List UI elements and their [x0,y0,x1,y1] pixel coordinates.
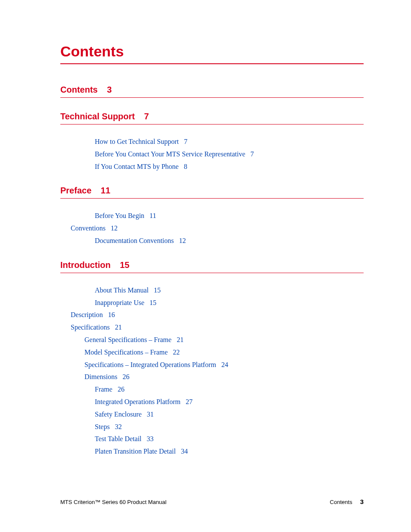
toc-entry-page: 12 [179,237,186,244]
toc-entry[interactable]: Integrated Operations Platform27 [71,397,364,408]
toc-entry-label: General Specifications – Frame [84,336,171,343]
toc-entry[interactable]: Steps32 [71,422,364,432]
toc-section-page: 3 [107,85,112,94]
toc-entry-label: Dimensions [84,373,117,380]
toc-entry-label: Model Specifications – Frame [84,348,168,356]
toc-section-preface[interactable]: Preface 11 [60,186,364,199]
toc-section-label: Technical Support [60,112,135,121]
toc-entry-label: Steps [95,423,110,430]
toc-entry[interactable]: Safety Enclosure31 [71,409,364,420]
toc-section-technical-support[interactable]: Technical Support 7 [60,112,364,124]
toc-entry-label: Specifications – Integrated Operations P… [84,361,216,368]
toc-entry-page: 31 [147,411,154,418]
toc-entry-label: Before You Begin [95,212,144,219]
toc-entry[interactable]: Frame26 [71,384,364,395]
toc-entry[interactable]: Before You Begin11 [71,211,364,221]
toc-entry[interactable]: Specifications21 [71,322,364,333]
toc-entry-page: 15 [149,299,156,306]
footer-page-number: 3 [360,498,364,505]
toc-entry-label: If You Contact MTS by Phone [95,163,179,170]
toc-entry[interactable]: Model Specifications – Frame22 [71,347,364,358]
toc-entry-label: Description [71,311,103,318]
toc-section-label: Introduction [60,260,111,270]
toc-entry-page: 12 [111,224,118,232]
toc-entry-label: About This Manual [95,286,149,294]
toc-entry[interactable]: Specifications – Integrated Operations P… [71,360,364,370]
toc-entry-label: Inappropriate Use [95,299,144,306]
toc-entry[interactable]: About This Manual15 [71,285,364,296]
toc-entry-page: 21 [177,336,184,343]
toc-entry-label: Before You Contact Your MTS Service Repr… [95,150,245,158]
toc-entry-label: Test Table Detail [95,435,142,442]
toc-entry-label: Specifications [71,324,110,331]
toc-entry-page: 26 [118,386,125,393]
footer-section-label: Contents [330,499,352,505]
toc-entry-page: 15 [154,286,161,294]
toc-entry-label: Platen Transition Plate Detail [95,448,176,455]
toc-entry-page: 7 [184,138,187,145]
toc-section-page: 7 [144,112,149,121]
toc-section-label: Preface [60,186,91,195]
footer-left: MTS Criterion™ Series 60 Product Manual [60,499,166,505]
toc-entry-page: 22 [173,348,180,356]
toc-entry-page: 7 [250,150,254,158]
toc-entry-label: Integrated Operations Platform [95,398,181,405]
toc-entry[interactable]: If You Contact MTS by Phone8 [71,162,364,172]
toc-section-introduction[interactable]: Introduction 15 [60,260,364,273]
toc-entry[interactable]: Documentation Conventions12 [71,236,364,246]
toc-entry[interactable]: Conventions12 [71,223,364,234]
toc-entry[interactable]: How to Get Technical Support7 [71,137,364,147]
toc-entry-page: 8 [184,163,187,170]
toc-section-label: Contents [60,85,98,94]
toc-entry-page: 26 [122,373,129,380]
toc-entry-page: 32 [115,423,122,430]
toc-entry-page: 27 [186,398,193,405]
toc-entry-page: 33 [147,435,154,442]
toc-entry[interactable]: Dimensions26 [71,372,364,383]
toc-entry-label: Conventions [71,224,106,232]
toc-section-page: 11 [101,186,110,195]
toc-entry[interactable]: Platen Transition Plate Detail34 [71,446,364,457]
toc-entry[interactable]: Description16 [71,310,364,320]
toc-entry-label: How to Get Technical Support [95,138,179,145]
toc-section-contents[interactable]: Contents 3 [60,85,364,98]
toc-entry-label: Frame [95,386,112,393]
toc-entry[interactable]: Test Table Detail33 [71,434,364,445]
toc-entry-page: 34 [181,448,188,455]
toc-entry-page: 21 [115,324,122,331]
toc-entry-label: Documentation Conventions [95,237,174,244]
toc-entry-label: Safety Enclosure [95,411,142,418]
toc-entry[interactable]: Before You Contact Your MTS Service Repr… [71,149,364,160]
page-title: Contents [60,43,364,64]
toc-entry-page: 16 [108,311,115,318]
toc-entry-page: 11 [149,212,156,219]
toc-entry[interactable]: General Specifications – Frame21 [71,335,364,345]
page-footer: MTS Criterion™ Series 60 Product Manual … [60,498,364,505]
toc-section-page: 15 [120,260,129,270]
toc-entry[interactable]: Inappropriate Use15 [71,298,364,308]
toc-entry-page: 24 [221,361,228,368]
